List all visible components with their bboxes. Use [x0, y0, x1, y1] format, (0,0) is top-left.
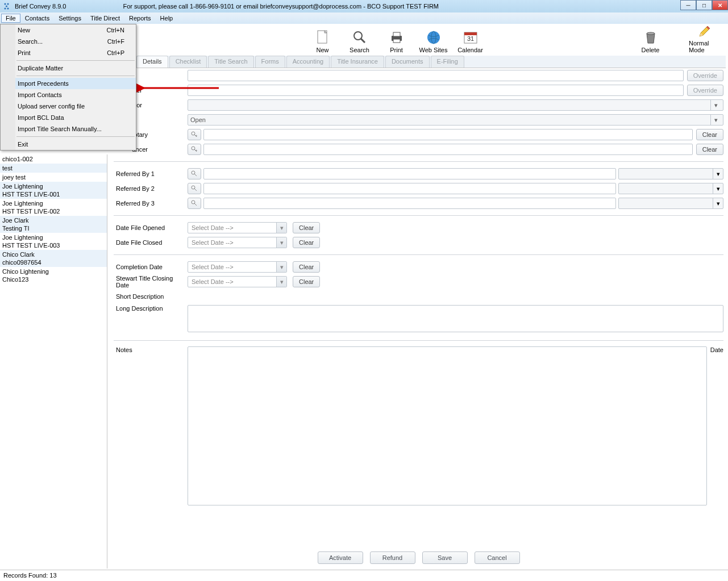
- file-menu-print[interactable]: PrintCtrl+P: [1, 47, 136, 58]
- date-closed-clear-button[interactable]: Clear: [293, 237, 320, 248]
- calendar-icon: 31: [463, 30, 479, 45]
- file-menu-dropdown: NewCtrl+N Search...Ctrl+F PrintCtrl+P Du…: [0, 24, 136, 151]
- app-title: Brief Convey 8.9.0: [15, 3, 66, 10]
- toolbar-delete-button[interactable]: Delete: [635, 24, 666, 53]
- maximize-button[interactable]: □: [696, 0, 712, 10]
- trash-icon: [643, 30, 659, 45]
- menu-bar: File Contacts Settings Title Direct Repo…: [0, 12, 728, 24]
- lawyer-clear-button[interactable]: Clear: [696, 129, 723, 140]
- referred2-lookup-button[interactable]: [188, 183, 201, 194]
- list-item[interactable]: Joe LighteningHST TEST LIVE-001: [0, 182, 107, 199]
- svg-text:31: 31: [467, 35, 473, 42]
- toolbar-calendar-button[interactable]: 31 Calendar: [455, 24, 486, 53]
- conveyancer-input[interactable]: [203, 144, 693, 155]
- file-menu-import-bcl-data[interactable]: Import BCL Data: [1, 112, 136, 123]
- list-item[interactable]: Joe LighteningHST TEST LIVE-003: [0, 233, 107, 250]
- tab-strip: Details Checklist Title Search Forms Acc…: [136, 56, 726, 68]
- list-item[interactable]: Joe LighteningHST TEST LIVE-002: [0, 199, 107, 216]
- referred3-type-select[interactable]: ▾: [618, 198, 723, 209]
- tab-documents[interactable]: Documents: [385, 56, 430, 68]
- conveyancer-clear-button[interactable]: Clear: [696, 144, 723, 155]
- status-bar: Records Found: 13: [0, 570, 728, 581]
- stewart-clear-button[interactable]: Clear: [293, 276, 320, 287]
- notes-textarea[interactable]: [188, 346, 707, 505]
- toolbar-print-button[interactable]: Print: [381, 24, 412, 53]
- close-button[interactable]: ✕: [712, 0, 728, 10]
- list-item[interactable]: test: [0, 164, 107, 173]
- tab-title-search[interactable]: Title Search: [208, 56, 253, 68]
- file-menu-exit[interactable]: Exit: [1, 139, 136, 150]
- file-number-input[interactable]: [188, 70, 684, 81]
- status-select[interactable]: Open▾: [188, 114, 723, 126]
- referred1-input[interactable]: [203, 168, 616, 179]
- completion-date-input[interactable]: Select Date -->▾: [188, 261, 287, 273]
- details-form: Override ber Override or ▾ Open▾ /Notary…: [114, 69, 723, 553]
- menu-file[interactable]: File: [1, 14, 20, 23]
- referred1-lookup-button[interactable]: [188, 168, 201, 179]
- tab-e-filing[interactable]: E-Filing: [431, 56, 464, 68]
- referred2-type-select[interactable]: ▾: [618, 183, 723, 194]
- cancel-button[interactable]: Cancel: [475, 551, 520, 564]
- file-menu-import-contacts[interactable]: Import Contacts: [1, 89, 136, 101]
- svg-point-17: [647, 32, 655, 35]
- svg-rect-10: [393, 32, 400, 36]
- tab-accounting[interactable]: Accounting: [286, 56, 330, 68]
- minimize-button[interactable]: ─: [680, 0, 696, 10]
- svg-point-3: [5, 8, 6, 10]
- toolbar-normal-mode-button[interactable]: Normal Mode: [689, 24, 720, 53]
- file-menu-import-precedents[interactable]: Import Precedents: [1, 78, 136, 89]
- referred1-type-select[interactable]: ▾: [618, 168, 723, 179]
- referred3-lookup-button[interactable]: [188, 198, 201, 209]
- file-menu-import-title-search-manually[interactable]: Import Title Search Manually...: [1, 123, 136, 135]
- date-opened-clear-button[interactable]: Clear: [293, 222, 320, 233]
- list-item[interactable]: joey test: [0, 173, 107, 182]
- pencil-icon: [697, 24, 713, 39]
- completion-clear-button[interactable]: Clear: [293, 261, 320, 273]
- referred2-input[interactable]: [203, 183, 616, 194]
- file-menu-new[interactable]: NewCtrl+N: [1, 24, 136, 36]
- file-menu-upload-server-config[interactable]: Upload server config file: [1, 101, 136, 112]
- menu-reports[interactable]: Reports: [124, 14, 156, 23]
- menu-settings[interactable]: Settings: [54, 14, 86, 23]
- support-text: For support, please call 1-866-969-9101 …: [123, 3, 439, 10]
- matter-number-input[interactable]: [188, 85, 684, 96]
- toolbar-websites-button[interactable]: Web Sites: [418, 24, 449, 53]
- tab-forms[interactable]: Forms: [255, 56, 285, 68]
- file-menu-duplicate-matter[interactable]: Duplicate Matter: [1, 62, 136, 74]
- save-button[interactable]: Save: [422, 551, 468, 564]
- search-icon: [352, 30, 368, 45]
- long-description-input[interactable]: [188, 305, 723, 332]
- date-file-closed-input[interactable]: Select Date -->▾: [188, 237, 287, 248]
- menu-help[interactable]: Help: [156, 14, 178, 23]
- tab-checklist[interactable]: Checklist: [169, 56, 207, 68]
- list-item[interactable]: Joe ClarkTesting TI: [0, 216, 107, 233]
- menu-title-direct[interactable]: Title Direct: [86, 14, 124, 23]
- svg-line-8: [361, 39, 365, 43]
- list-item[interactable]: Chico Clarkchico0987654: [0, 250, 107, 267]
- refund-button[interactable]: Refund: [370, 551, 415, 564]
- toolbar-new-button[interactable]: New: [307, 24, 338, 53]
- notes-date-button[interactable]: Date: [710, 346, 723, 353]
- menu-contacts[interactable]: Contacts: [20, 14, 54, 23]
- matter-list-sidebar: chico1-002 test joey test Joe Lightening…: [0, 154, 107, 569]
- lawyer-input[interactable]: [203, 129, 693, 140]
- svg-point-2: [6, 6, 7, 7]
- tab-details[interactable]: Details: [136, 56, 168, 68]
- date-file-opened-input[interactable]: Select Date -->▾: [188, 222, 287, 233]
- file-menu-search[interactable]: Search...Ctrl+F: [1, 36, 136, 47]
- stewart-title-date-input[interactable]: Select Date -->▾: [188, 276, 287, 287]
- print-icon: [389, 30, 405, 45]
- activate-button[interactable]: Activate: [318, 551, 363, 564]
- tab-title-insurance[interactable]: Title Insurance: [331, 56, 384, 68]
- conveyancer-lookup-button[interactable]: [188, 144, 201, 155]
- list-item[interactable]: Chico LighteningChico123: [0, 267, 107, 284]
- acting-for-select[interactable]: ▾: [188, 99, 723, 111]
- referred3-input[interactable]: [203, 198, 616, 209]
- override-button[interactable]: Override: [687, 70, 723, 81]
- toolbar-search-button[interactable]: Search: [344, 24, 375, 53]
- lawyer-lookup-button[interactable]: [188, 129, 201, 140]
- window-controls: ─ □ ✕: [680, 0, 728, 10]
- override-button-2[interactable]: Override: [687, 85, 723, 96]
- short-desc-spacer: [188, 291, 723, 302]
- list-item[interactable]: chico1-002: [0, 154, 107, 164]
